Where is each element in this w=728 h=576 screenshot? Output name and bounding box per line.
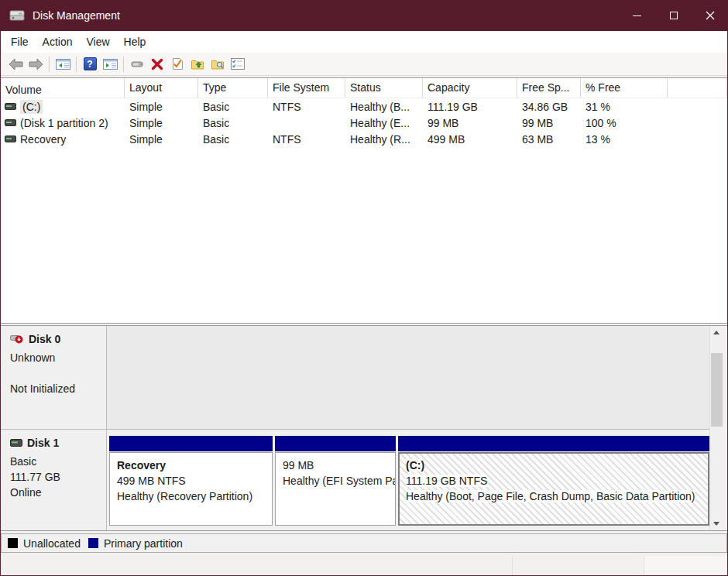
column-header-file-system[interactable]: File System	[268, 78, 345, 98]
menu-view[interactable]: View	[79, 33, 116, 51]
volume-row-partition2[interactable]: (Disk 1 partition 2) Simple Basic Health…	[1, 115, 727, 131]
check-document-icon	[171, 57, 184, 70]
disk-management-window: Disk Management File Action View Help	[0, 0, 728, 576]
window-title: Disk Management	[33, 9, 120, 22]
volume-row-c[interactable]: (C:) Simple Basic NTFS Healthy (B... 111…	[1, 98, 727, 115]
help-icon: ?	[84, 57, 97, 70]
partition-c-drive[interactable]: (C:) 111.19 GB NTFS Healthy (Boot, Page …	[398, 436, 709, 526]
show-action-pane-icon	[103, 58, 118, 70]
legend-bar: Unallocated Primary partition	[1, 533, 727, 553]
device-icon	[129, 59, 145, 70]
volume-row-recovery[interactable]: Recovery Simple Basic NTFS Healthy (R...…	[1, 131, 727, 147]
volume-type: Basic	[198, 101, 268, 113]
volume-status: Healthy (B...	[345, 101, 423, 113]
toolbar: ?	[1, 53, 727, 76]
primary-partition-swatch	[88, 538, 98, 548]
menu-bar: File Action View Help	[1, 31, 727, 53]
forward-icon	[29, 58, 43, 70]
disk-1-region: Recovery 499 MB NTFS Healthy (Recovery P…	[107, 430, 709, 530]
disk-0-row: Disk 0 Unknown Not Initialized	[1, 326, 709, 430]
volume-pct-free: 31 %	[581, 101, 668, 113]
volume-list: Volume Layout Type File System Status Ca…	[1, 77, 727, 324]
status-segment	[644, 556, 727, 575]
volume-free-space: 99 MB	[517, 117, 581, 129]
volume-free-space: 63 MB	[517, 133, 581, 146]
volume-name: (C:)	[20, 100, 43, 114]
checklist-icon	[231, 58, 245, 70]
maximize-button[interactable]	[655, 0, 692, 31]
volume-list-header: Volume Layout Type File System Status Ca…	[1, 78, 727, 98]
minimize-button[interactable]	[619, 0, 655, 31]
menu-action[interactable]: Action	[36, 33, 80, 51]
disk-icon	[10, 439, 22, 447]
disk-name: Disk 1	[27, 437, 59, 449]
column-header-filler	[668, 78, 727, 98]
folder-up-icon	[191, 58, 204, 70]
scroll-down-button[interactable]	[710, 517, 723, 530]
forward-button[interactable]	[26, 55, 46, 74]
back-icon	[9, 58, 23, 70]
column-header-free-space[interactable]: Free Sp...	[517, 78, 581, 98]
volume-icon	[5, 119, 16, 126]
volume-name: (Disk 1 partition 2)	[20, 117, 108, 129]
volume-capacity: 499 MB	[423, 133, 517, 146]
title-bar: Disk Management	[0, 0, 728, 31]
menu-file[interactable]: File	[4, 33, 36, 51]
volume-layout: Simple	[125, 117, 198, 129]
partition-status: Healthy (Recovery Partition)	[117, 489, 265, 504]
partition-size: 99 MB	[283, 458, 388, 473]
column-header-pct-free[interactable]: % Free	[581, 78, 668, 98]
disk-name: Disk 0	[29, 333, 60, 345]
tasks-button[interactable]	[228, 55, 248, 74]
disk-0-region[interactable]	[107, 326, 709, 429]
properties-button[interactable]	[167, 55, 187, 74]
vertical-scrollbar[interactable]	[709, 326, 723, 530]
volume-status: Healthy (E...	[345, 117, 423, 129]
partition-color-bar	[109, 436, 273, 451]
help-button[interactable]: ?	[80, 55, 100, 74]
status-separator	[512, 556, 513, 575]
unallocated-swatch	[8, 538, 18, 548]
scroll-up-button[interactable]	[710, 326, 723, 339]
chevron-down-icon	[713, 522, 719, 526]
delete-icon	[151, 58, 163, 70]
show-console-tree-button[interactable]	[53, 55, 73, 74]
volume-type: Basic	[198, 133, 268, 146]
volume-icon	[5, 135, 16, 142]
volume-free-space: 34.86 GB	[517, 101, 581, 113]
toolbar-separator	[76, 57, 77, 72]
partition-color-bar	[275, 436, 396, 451]
volume-icon	[5, 103, 16, 110]
status-bar	[1, 554, 727, 575]
disk-error-icon	[10, 334, 24, 345]
volume-capacity: 99 MB	[423, 117, 517, 129]
scrollbar-track[interactable]	[710, 339, 723, 517]
volume-status: Healthy (R...	[345, 133, 423, 146]
column-header-volume[interactable]: Volume	[1, 78, 125, 98]
show-action-pane-button[interactable]	[100, 55, 120, 74]
explore-button[interactable]	[208, 55, 228, 74]
legend-label: Unallocated	[23, 537, 81, 550]
column-header-type[interactable]: Type	[198, 78, 268, 98]
menu-help[interactable]: Help	[117, 33, 153, 51]
close-button[interactable]	[692, 0, 728, 31]
volume-layout: Simple	[125, 101, 198, 113]
partition-efi-system[interactable]: 99 MB Healthy (EFI System Partition)	[275, 436, 396, 526]
column-header-layout[interactable]: Layout	[125, 78, 198, 98]
open-button[interactable]	[187, 55, 208, 74]
scrollbar-thumb[interactable]	[711, 353, 723, 427]
column-header-status[interactable]: Status	[345, 78, 423, 98]
disk-1-row: Disk 1 Basic 111.77 GB Online Recovery 4…	[1, 430, 709, 530]
disk-type: Unknown	[10, 350, 100, 365]
disk-1-label[interactable]: Disk 1 Basic 111.77 GB Online	[1, 430, 107, 530]
column-header-capacity[interactable]: Capacity	[423, 78, 517, 98]
delete-volume-button[interactable]	[147, 55, 167, 74]
disk-management-app-icon	[9, 9, 26, 22]
device-button[interactable]	[127, 55, 147, 74]
disk-0-label[interactable]: Disk 0 Unknown Not Initialized	[1, 326, 107, 429]
legend-unallocated: Unallocated	[8, 537, 81, 550]
partition-recovery[interactable]: Recovery 499 MB NTFS Healthy (Recovery P…	[109, 436, 273, 526]
status-separator	[644, 556, 644, 575]
volume-file-system: NTFS	[268, 133, 345, 146]
back-button[interactable]	[5, 55, 26, 74]
